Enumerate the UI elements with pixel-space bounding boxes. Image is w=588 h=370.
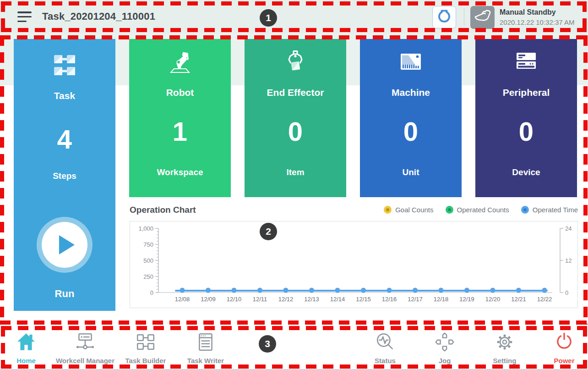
- nav-item-task-writer[interactable]: Task Writer: [167, 330, 245, 364]
- svg-text:500: 500: [143, 257, 153, 264]
- robot-arm-icon: [167, 49, 193, 77]
- mode-label: Manual Standby: [500, 8, 574, 17]
- card-label: Peripheral: [475, 87, 577, 98]
- mode-datetime: 2020.12.22 10:32:37 AM: [500, 18, 574, 26]
- svg-text:12/21: 12/21: [511, 296, 526, 303]
- teach-pendant-screen: Task_20201204_110001 Manual Standby: [0, 0, 588, 370]
- operated-counts-dot-icon: [446, 206, 453, 214]
- svg-text:12/14: 12/14: [330, 296, 345, 303]
- card-unit: Steps: [14, 171, 115, 181]
- manual-mode-tile[interactable]: [470, 6, 495, 29]
- svg-text:12/15: 12/15: [356, 296, 371, 303]
- legend-item-goal-counts[interactable]: Goal Counts: [384, 206, 433, 214]
- card-peripheral[interactable]: Peripheral 0 Device: [475, 39, 577, 197]
- legend-item-operated-counts[interactable]: Operated Counts: [446, 206, 509, 214]
- svg-text:12/13: 12/13: [304, 296, 319, 303]
- operated-time-dot-icon: [521, 206, 529, 214]
- bottom-nav: Home Workcell Mana: [0, 326, 588, 370]
- run-label: Run: [14, 288, 115, 300]
- card-machine[interactable]: Machine 0 Unit: [360, 39, 462, 197]
- card-label: Robot: [129, 87, 231, 98]
- play-icon: [59, 235, 75, 254]
- gripper-button[interactable]: [432, 6, 456, 28]
- card-robot[interactable]: Robot 1 Workspace: [129, 39, 231, 197]
- operation-chart-title: Operation Chart: [130, 205, 196, 215]
- svg-text:0: 0: [565, 289, 568, 296]
- current-task-title: Task_20201204_110001: [42, 11, 155, 22]
- card-end-effector[interactable]: End Effector 0 Item: [245, 39, 346, 197]
- header-divider: [464, 8, 464, 26]
- card-unit: Device: [475, 167, 577, 177]
- machine-icon: [397, 49, 424, 77]
- svg-text:12/09: 12/09: [201, 296, 216, 303]
- operation-chart: 1,00075050025002412012/0812/0912/1012/11…: [130, 221, 578, 308]
- robot-mode-block: Manual Standby 2020.12.22 10:32:37 AM: [500, 8, 574, 26]
- card-unit: Unit: [360, 167, 462, 177]
- card-count: 1: [129, 116, 231, 147]
- card-count: 0: [475, 116, 577, 147]
- card-label: End Effector: [245, 87, 346, 98]
- svg-text:750: 750: [143, 241, 153, 248]
- svg-text:12/18: 12/18: [434, 296, 449, 303]
- peripheral-icon: [513, 49, 539, 77]
- svg-text:12/17: 12/17: [408, 296, 423, 303]
- hamburger-menu-icon[interactable]: [17, 11, 32, 22]
- svg-text:250: 250: [143, 273, 153, 280]
- svg-text:12/12: 12/12: [278, 296, 294, 303]
- robot-gripper-icon: [436, 8, 452, 27]
- nav-item-power[interactable]: Power: [525, 330, 588, 364]
- card-count: 4: [14, 124, 115, 155]
- svg-text:1,000: 1,000: [138, 225, 153, 232]
- manual-hand-icon: [473, 7, 492, 28]
- task-steps-icon: [51, 53, 78, 80]
- goal-counts-dot-icon: [384, 206, 392, 214]
- card-count: 0: [360, 116, 462, 147]
- svg-text:12/11: 12/11: [253, 296, 267, 303]
- card-task[interactable]: Task 4 Steps Run: [14, 39, 115, 311]
- legend-item-operated-time[interactable]: Operated Time: [521, 206, 578, 214]
- svg-text:12/08: 12/08: [175, 296, 190, 303]
- svg-text:24: 24: [565, 225, 572, 232]
- card-unit: Workspace: [129, 167, 231, 177]
- card-unit: Item: [245, 167, 346, 177]
- power-icon: [525, 330, 588, 354]
- task-writer-icon: [167, 330, 245, 354]
- svg-text:12: 12: [565, 257, 572, 264]
- chart-legend: Goal Counts Operated Counts Operated Tim…: [384, 206, 578, 214]
- card-count: 0: [245, 116, 346, 147]
- svg-text:12/19: 12/19: [459, 296, 474, 303]
- svg-text:12/20: 12/20: [485, 296, 501, 303]
- card-label: Machine: [360, 87, 462, 98]
- run-button[interactable]: [42, 222, 87, 268]
- svg-text:12/22: 12/22: [537, 296, 552, 303]
- svg-text:12/10: 12/10: [227, 296, 242, 303]
- card-label: Task: [14, 90, 115, 101]
- svg-text:12/16: 12/16: [382, 296, 397, 303]
- end-effector-icon: [282, 49, 309, 77]
- svg-text:0: 0: [150, 289, 153, 296]
